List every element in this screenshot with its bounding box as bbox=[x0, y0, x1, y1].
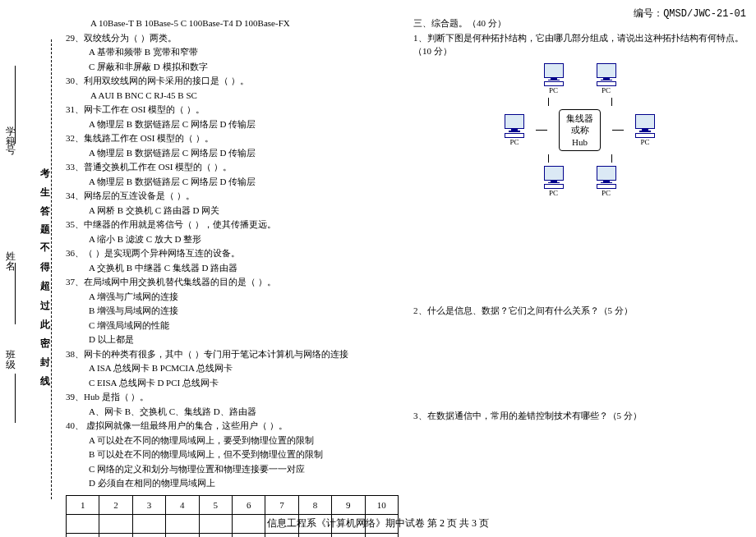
q40-b: B 可以处在不同的物理局域网上，但不受到物理位置的限制 bbox=[66, 448, 399, 461]
pc-icon: PC bbox=[635, 114, 655, 146]
pc-icon: PC bbox=[544, 166, 564, 198]
pc-icon: PC bbox=[544, 63, 564, 95]
q37: 37、在局域网中用交换机替代集线器的目的是（ ）。 bbox=[66, 275, 399, 289]
q35: 35、中继器的作用就是将信号（ ），使其传播更远。 bbox=[66, 218, 399, 232]
q29-opt-a: A 基带和频带 B 宽带和窄带 bbox=[66, 45, 399, 59]
cell: 3 bbox=[132, 495, 165, 514]
q33: 33、普通交换机工作在 OSI 模型的（ ）。 bbox=[66, 160, 399, 174]
cell: 15 bbox=[199, 533, 232, 537]
label-name: 姓名 bbox=[3, 243, 17, 263]
q32-opts: A 物理层 B 数据链路层 C 网络层 D 传输层 bbox=[66, 146, 399, 160]
cell: 20 bbox=[365, 533, 398, 537]
table-row: 11121314151617181920 bbox=[67, 533, 399, 537]
q40-c: C 网络的定义和划分与物理位置和物理连接要一一对应 bbox=[66, 462, 399, 476]
q34: 34、网络层的互连设备是（ ）。 bbox=[66, 189, 399, 203]
cell: 14 bbox=[166, 533, 199, 537]
q38: 38、网卡的种类有很多，其中（ ）专门用于笔记本计算机与网络的连接 bbox=[66, 347, 399, 361]
q37-c: C 增强局域网的性能 bbox=[66, 319, 399, 333]
q39-opts: A、网卡 B、交换机 C、集线路 D、路由器 bbox=[66, 405, 399, 419]
label-class: 班级 bbox=[3, 342, 17, 361]
q29-opt-b: C 屏蔽和非屏蔽 D 模拟和数字 bbox=[66, 60, 399, 74]
binding-strip: 班级 姓名 学籍号 考 生 答 题 不 得 超 过 此 密 封 线 bbox=[0, 16, 62, 526]
q35-opts: A 缩小 B 滤波 C 放大 D 整形 bbox=[66, 232, 399, 246]
cell: 17 bbox=[265, 533, 298, 537]
q28-options: A 10Base-T B 10Base-5 C 100Base-T4 D 100… bbox=[66, 16, 399, 30]
q31-opts: A 物理层 B 数据链路层 C 网络层 D 传输层 bbox=[66, 117, 399, 131]
seal-dashed-line bbox=[51, 39, 52, 499]
cell: 19 bbox=[332, 533, 365, 537]
cell: 4 bbox=[166, 495, 199, 514]
content-columns: A 10Base-T B 10Base-5 C 100Base-T4 D 100… bbox=[66, 16, 746, 504]
cell: 1 bbox=[67, 495, 99, 514]
pc-icon: PC bbox=[597, 63, 616, 95]
q37-d: D 以上都是 bbox=[66, 333, 399, 347]
class-underline bbox=[15, 374, 16, 423]
cell: 11 bbox=[67, 533, 99, 537]
left-column: A 10Base-T B 10Base-5 C 100Base-T4 D 100… bbox=[66, 16, 399, 504]
cell: 10 bbox=[365, 495, 398, 514]
star-topology-diagram: PC PC PC 集线器 或称 Hub PC PC PC bbox=[486, 63, 675, 198]
q39: 39、Hub 是指（ ）。 bbox=[66, 390, 399, 404]
cell: 9 bbox=[332, 495, 365, 514]
cell: 16 bbox=[232, 533, 265, 537]
section-3-title: 三、综合题。（40 分） bbox=[413, 16, 746, 30]
cell: 7 bbox=[265, 495, 298, 514]
q40-a: A 可以处在不同的物理局域网上，要受到物理位置的限制 bbox=[66, 434, 399, 448]
cell: 2 bbox=[99, 495, 132, 514]
q36-opts: A 交换机 B 中继器 C 集线器 D 路由器 bbox=[66, 261, 399, 275]
q32: 32、集线路工作在 OSI 模型的（ ）。 bbox=[66, 131, 399, 145]
id-underline bbox=[15, 66, 16, 144]
q37-b: B 增强与局域网的连接 bbox=[66, 304, 399, 318]
q29: 29、双绞线分为（ ）两类。 bbox=[66, 31, 399, 45]
essay-q1: 1、判断下图是何种拓扑结构，它由哪几部分组成，请说出这种拓扑结构有何特点。（10… bbox=[413, 31, 746, 58]
cell: 5 bbox=[199, 495, 232, 514]
right-column: 三、综合题。（40 分） 1、判断下图是何种拓扑结构，它由哪几部分组成，请说出这… bbox=[413, 16, 746, 504]
cell: 12 bbox=[99, 533, 132, 537]
pc-icon: PC bbox=[505, 114, 524, 146]
q38-a: A ISA 总线网卡 B PCMCIA 总线网卡 bbox=[66, 361, 399, 375]
cell: 18 bbox=[298, 533, 331, 537]
essay-q2: 2、什么是信息、数据？它们之间有什么关系？（5 分） bbox=[413, 304, 746, 318]
name-underline bbox=[15, 263, 16, 324]
q31: 31、网卡工作在 OSI 模型的（ ）。 bbox=[66, 103, 399, 117]
table-row: 12345678910 bbox=[67, 495, 399, 514]
q40-d: D 必须自在相同的物理局域网上 bbox=[66, 476, 399, 490]
q36: 36、（ ）是实现两个异种网络互连的设备。 bbox=[66, 246, 399, 260]
q37-a: A 增强与广域网的连接 bbox=[66, 290, 399, 304]
seal-line-text: 考 生 答 题 不 得 超 过 此 密 封 线 bbox=[38, 37, 52, 497]
cell: 13 bbox=[132, 533, 165, 537]
q34-opts: A 网桥 B 交换机 C 路由器 D 网关 bbox=[66, 204, 399, 218]
essay-q3: 3、在数据通信中，常用的差错控制技术有哪些？（5 分） bbox=[413, 409, 746, 423]
q30-opts: A AUI B BNC C RJ-45 B SC bbox=[66, 89, 399, 103]
hub-icon: 集线器 或称 Hub bbox=[559, 109, 601, 151]
q30: 30、利用双绞线网的网卡采用的接口是（ ）。 bbox=[66, 74, 399, 88]
cell: 8 bbox=[298, 495, 331, 514]
q38-b: C EISA 总线网卡 D PCI 总线网卡 bbox=[66, 376, 399, 390]
q40: 40、 虚拟网就像一组最终用户的集合，这些用户（ ）。 bbox=[66, 419, 399, 433]
cell: 6 bbox=[232, 495, 265, 514]
q33-opts: A 物理层 B 数据链路层 C 网络层 D 传输层 bbox=[66, 175, 399, 189]
pc-icon: PC bbox=[597, 166, 616, 198]
page-footer: 信息工程系《计算机网络》期中试卷 第 2 页 共 3 页 bbox=[0, 516, 756, 530]
